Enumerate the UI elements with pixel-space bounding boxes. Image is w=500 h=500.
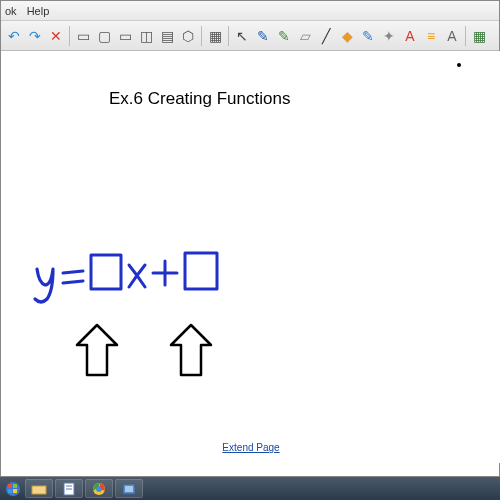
magic-icon[interactable]: ✦: [379, 25, 399, 47]
taskbar-gallery[interactable]: [115, 479, 143, 498]
screen3-icon[interactable]: ▭: [115, 25, 135, 47]
taskbar-notebook[interactable]: [55, 479, 83, 498]
canvas-area[interactable]: Ex.6 Creating Functions Extend Page: [1, 51, 500, 463]
delete-icon[interactable]: ✕: [46, 25, 66, 47]
redo-icon[interactable]: ↷: [25, 25, 45, 47]
capture-icon[interactable]: ◫: [136, 25, 156, 47]
start-button[interactable]: [2, 479, 24, 498]
shape-icon[interactable]: ⬡: [178, 25, 198, 47]
table-icon[interactable]: ▦: [205, 25, 225, 47]
line-icon[interactable]: ╱: [316, 25, 336, 47]
screen-icon[interactable]: ▭: [73, 25, 93, 47]
equation-handwriting: [29, 241, 229, 401]
svg-rect-2: [13, 484, 17, 488]
text2-icon[interactable]: A: [442, 25, 462, 47]
menu-item-help[interactable]: Help: [27, 5, 50, 17]
extend-page-link[interactable]: Extend Page: [222, 442, 279, 453]
menu-item[interactable]: ok: [5, 5, 17, 17]
toolbar-separator: [228, 26, 229, 46]
pen2-icon[interactable]: ✎: [274, 25, 294, 47]
taskbar: [0, 477, 500, 500]
menubar: ok Help: [1, 1, 499, 21]
toolbar: ↶↷✕▭▢▭◫▤⬡▦↖✎✎▱╱◆✎✦A≡A▦: [1, 21, 499, 51]
pen-icon[interactable]: ✎: [253, 25, 273, 47]
doc-icon[interactable]: ▤: [157, 25, 177, 47]
svg-rect-3: [8, 489, 12, 493]
toolbar-separator: [465, 26, 466, 46]
page-title: Ex.6 Creating Functions: [109, 89, 290, 109]
pen3-icon[interactable]: ✎: [358, 25, 378, 47]
svg-rect-5: [32, 486, 46, 494]
dot-mark: [457, 63, 461, 67]
eraser-icon[interactable]: ▱: [295, 25, 315, 47]
taskbar-explorer[interactable]: [25, 479, 53, 498]
props-icon[interactable]: ▦: [469, 25, 489, 47]
svg-rect-12: [125, 486, 133, 492]
taskbar-chrome[interactable]: [85, 479, 113, 498]
app-window: ok Help ↶↷✕▭▢▭◫▤⬡▦↖✎✎▱╱◆✎✦A≡A▦ Ex.6 Crea…: [0, 0, 500, 477]
undo-icon[interactable]: ↶: [4, 25, 24, 47]
text-icon[interactable]: A: [400, 25, 420, 47]
select-icon[interactable]: ↖: [232, 25, 252, 47]
format-icon[interactable]: ≡: [421, 25, 441, 47]
svg-rect-1: [8, 484, 12, 488]
svg-rect-4: [13, 489, 17, 493]
shape2-icon[interactable]: ◆: [337, 25, 357, 47]
toolbar-separator: [201, 26, 202, 46]
toolbar-separator: [69, 26, 70, 46]
screen2-icon[interactable]: ▢: [94, 25, 114, 47]
